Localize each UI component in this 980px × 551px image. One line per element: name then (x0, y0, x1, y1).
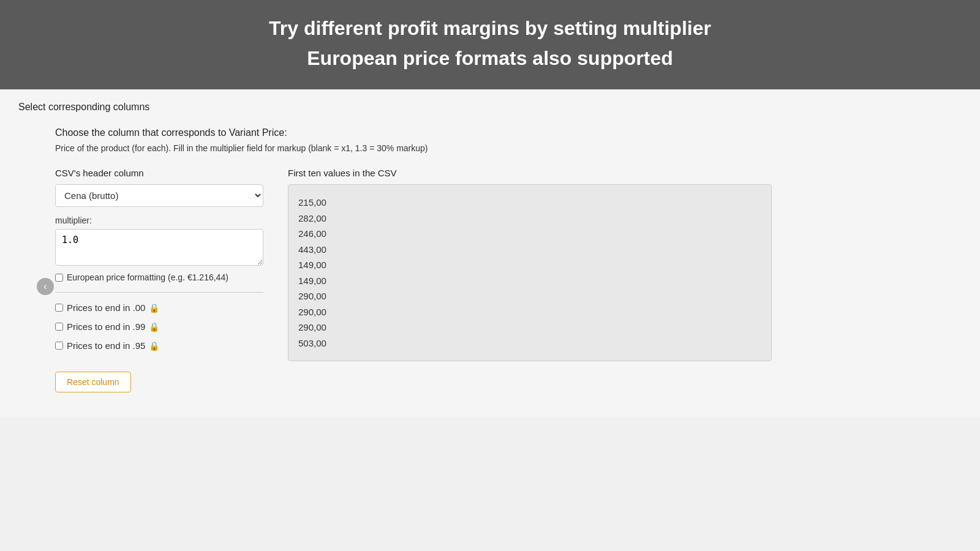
section-title: Select corresponding columns (18, 102, 962, 113)
csv-value-item: 443,00 (298, 242, 761, 258)
checkbox-row-95: Prices to end in .95 🔒 (55, 340, 263, 351)
csv-value-item: 215,00 (298, 195, 761, 211)
choose-label: Choose the column that corresponds to Va… (55, 127, 962, 138)
lock-icon-95: 🔒 (149, 341, 159, 351)
multiplier-label: multiplier: (55, 216, 263, 225)
lock-icon-99: 🔒 (149, 322, 159, 332)
reset-column-button[interactable]: Reset column (55, 372, 131, 392)
checkbox-00[interactable] (55, 304, 63, 312)
form-section: Choose the column that corresponds to Va… (55, 127, 962, 392)
description-text: Price of the product (for each). Fill in… (55, 143, 962, 153)
multiplier-input[interactable]: 1.0 (55, 229, 263, 266)
european-row: European price formatting (e.g. €1.216,4… (55, 272, 263, 282)
checkbox-options: Prices to end in .00 🔒 Prices to end in … (55, 292, 263, 351)
csv-header-label: CSV's header column (55, 168, 263, 178)
csv-values-box: 215,00282,00246,00443,00149,00149,00290,… (288, 184, 772, 361)
european-checkbox[interactable] (55, 274, 63, 282)
checkbox-00-label: Prices to end in .00 (67, 302, 145, 313)
csv-value-item: 246,00 (298, 226, 761, 242)
content-area: Select corresponding columns Choose the … (0, 89, 980, 417)
columns-layout: ‹ CSV's header column Cena (brutto) Pric… (55, 168, 962, 392)
left-column: CSV's header column Cena (brutto) Price … (55, 168, 263, 392)
csv-value-item: 290,00 (298, 288, 761, 304)
divider (55, 292, 263, 293)
header-title-line2: European price formats also supported (24, 47, 956, 70)
csv-value-item: 503,00 (298, 335, 761, 351)
csv-value-item: 149,00 (298, 273, 761, 289)
checkbox-99-label: Prices to end in .99 (67, 321, 145, 332)
csv-value-item: 290,00 (298, 320, 761, 335)
checkbox-95-label: Prices to end in .95 (67, 340, 145, 351)
page-header: Try different profit margins by setting … (0, 0, 980, 89)
csv-values-label: First ten values in the CSV (288, 168, 962, 178)
right-column: First ten values in the CSV 215,00282,00… (288, 168, 962, 361)
checkbox-row-99: Prices to end in .99 🔒 (55, 321, 263, 332)
checkbox-99[interactable] (55, 323, 63, 331)
back-arrow-button[interactable]: ‹ (37, 278, 54, 295)
csv-value-item: 290,00 (298, 304, 761, 320)
lock-icon-00: 🔒 (149, 303, 159, 313)
header-title-line1: Try different profit margins by setting … (24, 17, 956, 40)
checkbox-95[interactable] (55, 342, 63, 350)
csv-value-item: 282,00 (298, 211, 761, 227)
checkbox-row-00: Prices to end in .00 🔒 (55, 302, 263, 313)
csv-value-item: 149,00 (298, 257, 761, 273)
european-label: European price formatting (e.g. €1.216,4… (67, 272, 228, 282)
column-dropdown[interactable]: Cena (brutto) Price Cost (55, 184, 263, 207)
